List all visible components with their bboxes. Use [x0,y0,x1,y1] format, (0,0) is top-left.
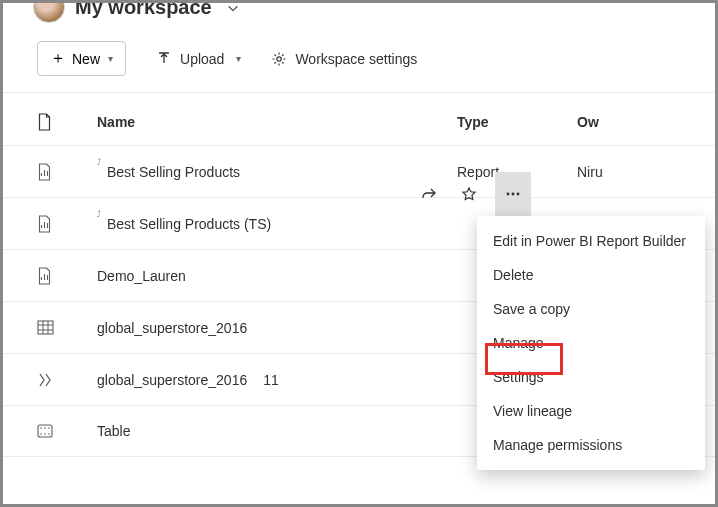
item-name: Best Selling Products (TS) [107,216,271,232]
link-badge-icon: ⤴ [97,158,101,167]
menu-delete[interactable]: Delete [477,258,705,292]
item-owner: Niru [577,164,697,180]
menu-save-copy[interactable]: Save a copy [477,292,705,326]
new-button-label: New [72,51,100,67]
context-menu: Edit in Power BI Report Builder Delete S… [477,216,705,470]
chevron-down-icon: ▾ [236,53,241,64]
menu-settings[interactable]: Settings [477,360,705,394]
table-header: Name Type Ow [3,93,715,145]
column-owner[interactable]: Ow [577,114,697,130]
item-name: global_superstore_2016 [97,372,247,388]
column-name[interactable]: Name [97,114,457,130]
chevron-down-icon: ▾ [108,53,113,64]
svg-point-3 [40,427,42,429]
item-name: global_superstore_2016 [97,320,247,336]
upload-label: Upload [180,51,224,67]
svg-point-5 [48,427,50,429]
report-icon [37,163,97,181]
svg-point-11 [517,193,520,196]
svg-point-0 [277,56,281,60]
plus-icon: ＋ [50,48,66,69]
report-icon [37,215,97,233]
svg-point-10 [512,193,515,196]
svg-point-7 [44,433,46,435]
menu-manage[interactable]: Manage [477,326,705,360]
new-button[interactable]: ＋ New ▾ [37,41,126,76]
item-count: 11 [263,372,279,388]
share-icon[interactable] [415,180,443,208]
item-name: Best Selling Products [107,164,240,180]
row-actions [415,172,531,216]
item-name: Table [97,423,130,439]
toolbar: ＋ New ▾ Upload ▾ Workspace settings [3,27,715,92]
menu-manage-permissions[interactable]: Manage permissions [477,428,705,462]
svg-point-9 [507,193,510,196]
menu-view-lineage[interactable]: View lineage [477,394,705,428]
dataflow-icon [37,372,97,388]
favorite-icon[interactable] [455,180,483,208]
svg-point-8 [48,433,50,435]
menu-edit-report-builder[interactable]: Edit in Power BI Report Builder [477,224,705,258]
gear-icon [271,51,287,67]
chevron-down-icon[interactable] [226,1,240,15]
excel-icon [37,319,97,336]
svg-rect-1 [38,321,53,334]
upload-button[interactable]: Upload ▾ [156,51,241,67]
item-name: Demo_Lauren [97,268,186,284]
workspace-title: My workspace [75,0,212,19]
link-badge-icon: ⤴ [97,210,101,219]
avatar [33,0,65,23]
workspace-settings-label: Workspace settings [295,51,417,67]
upload-icon [156,51,172,67]
report-icon [37,267,97,285]
svg-point-6 [40,433,42,435]
svg-point-4 [44,427,46,429]
table-row[interactable]: ⤴ Best Selling Products Report Niru [3,145,715,197]
workspace-settings-button[interactable]: Workspace settings [271,51,417,67]
more-options-button[interactable] [495,172,531,216]
table-icon [37,424,97,438]
document-icon [37,113,53,131]
column-type[interactable]: Type [457,114,577,130]
svg-rect-2 [38,425,52,437]
